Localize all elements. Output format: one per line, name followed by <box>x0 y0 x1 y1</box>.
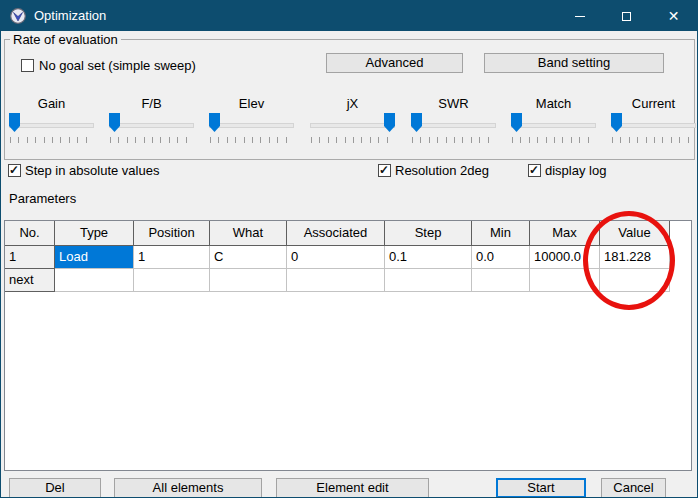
row2-type-cell[interactable] <box>55 269 134 292</box>
caption-buttons: ✕ <box>556 1 697 31</box>
slider-gain-ticks <box>10 137 94 143</box>
slider-gain: Gain <box>9 96 94 146</box>
advanced-button[interactable]: Advanced <box>326 53 463 73</box>
slider-jx: jX <box>310 96 395 146</box>
col-header-position: Position <box>134 221 210 246</box>
window-title: Optimization <box>34 1 106 31</box>
row2-position-cell[interactable] <box>134 269 210 292</box>
slider-match-track[interactable] <box>511 123 596 128</box>
col-header-no: No. <box>5 221 55 246</box>
row2-associated-cell[interactable] <box>287 269 385 292</box>
step-absolute-checkbox-label[interactable]: Step in absolute values <box>25 163 159 178</box>
minimize-icon <box>575 16 585 17</box>
slider-jx-ticks <box>311 137 395 143</box>
app-logo-icon <box>10 8 26 24</box>
slider-swr-ticks <box>412 137 496 143</box>
row2-step-cell[interactable] <box>385 269 472 292</box>
slider-jx-thumb[interactable] <box>384 113 395 132</box>
slider-match-label: Match <box>511 96 596 112</box>
del-button[interactable]: Del <box>9 478 101 498</box>
slider-current: Current <box>611 96 696 146</box>
col-header-associated: Associated <box>287 221 385 246</box>
band-setting-button[interactable]: Band setting <box>484 53 664 73</box>
resolution-checkbox-label[interactable]: Resolution 2deg <box>395 163 489 178</box>
parameters-label: Parameters <box>9 191 76 206</box>
slider-swr-label: SWR <box>411 96 496 112</box>
col-header-type: Type <box>55 221 134 246</box>
all-elements-button[interactable]: All elements <box>114 478 262 498</box>
minimize-button[interactable] <box>556 1 603 31</box>
slider-match-thumb[interactable] <box>511 113 522 132</box>
maximize-icon <box>622 12 631 21</box>
title-bar: Optimization ✕ <box>1 1 697 31</box>
slider-swr-track[interactable] <box>411 123 496 128</box>
row1-no-cell[interactable]: 1 <box>5 246 55 269</box>
col-header-step: Step <box>385 221 472 246</box>
next-row-cell[interactable]: next <box>5 269 55 292</box>
element-edit-button[interactable]: Element edit <box>276 478 429 498</box>
group-label: Rate of evaluation <box>10 32 121 47</box>
slider-swr-thumb[interactable] <box>411 113 422 132</box>
start-button[interactable]: Start <box>496 478 586 498</box>
slider-current-thumb[interactable] <box>611 113 622 132</box>
slider-swr: SWR <box>411 96 496 146</box>
row2-min-cell[interactable] <box>472 269 530 292</box>
slider-elev-track[interactable] <box>209 123 294 128</box>
row1-min-cell[interactable]: 0.0 <box>472 246 530 269</box>
slider-gain-track[interactable] <box>9 123 94 128</box>
no-goal-checkbox-label[interactable]: No goal set (simple sweep) <box>39 58 196 73</box>
slider-match-ticks <box>512 137 596 143</box>
slider-elev-thumb[interactable] <box>209 113 220 132</box>
resolution-checkbox[interactable] <box>378 164 391 177</box>
display-log-checkbox-label[interactable]: display log <box>545 163 606 178</box>
slider-elev-ticks <box>210 137 294 143</box>
row1-step-cell[interactable]: 0.1 <box>385 246 472 269</box>
slider-fb-ticks <box>110 137 194 143</box>
step-absolute-checkbox[interactable] <box>8 164 21 177</box>
slider-match: Match <box>511 96 596 146</box>
red-circle-annotation <box>583 211 675 310</box>
no-goal-checkbox[interactable] <box>21 59 34 72</box>
row1-position-cell[interactable]: 1 <box>134 246 210 269</box>
slider-gain-thumb[interactable] <box>9 113 20 132</box>
slider-gain-label: Gain <box>9 96 94 112</box>
slider-current-label: Current <box>611 96 696 112</box>
slider-jx-label: jX <box>310 96 395 112</box>
slider-fb-thumb[interactable] <box>109 113 120 132</box>
slider-current-ticks <box>612 137 696 143</box>
row1-what-cell[interactable]: C <box>210 246 287 269</box>
slider-jx-track[interactable] <box>310 123 395 128</box>
slider-fb: F/B <box>109 96 194 146</box>
row1-type-cell[interactable]: Load <box>55 246 134 269</box>
slider-fb-track[interactable] <box>109 123 194 128</box>
col-header-what: What <box>210 221 287 246</box>
cancel-button[interactable]: Cancel <box>601 478 666 498</box>
col-header-min: Min <box>472 221 530 246</box>
close-button[interactable]: ✕ <box>650 1 697 31</box>
row1-associated-cell[interactable]: 0 <box>287 246 385 269</box>
close-icon: ✕ <box>668 9 680 23</box>
row2-what-cell[interactable] <box>210 269 287 292</box>
maximize-button[interactable] <box>603 1 650 31</box>
slider-fb-label: F/B <box>109 96 194 112</box>
slider-elev-label: Elev <box>209 96 294 112</box>
display-log-checkbox[interactable] <box>528 164 541 177</box>
slider-current-track[interactable] <box>611 123 696 128</box>
slider-elev: Elev <box>209 96 294 146</box>
optimization-dialog: Optimization ✕ Rate of evaluation No goa… <box>0 0 698 498</box>
